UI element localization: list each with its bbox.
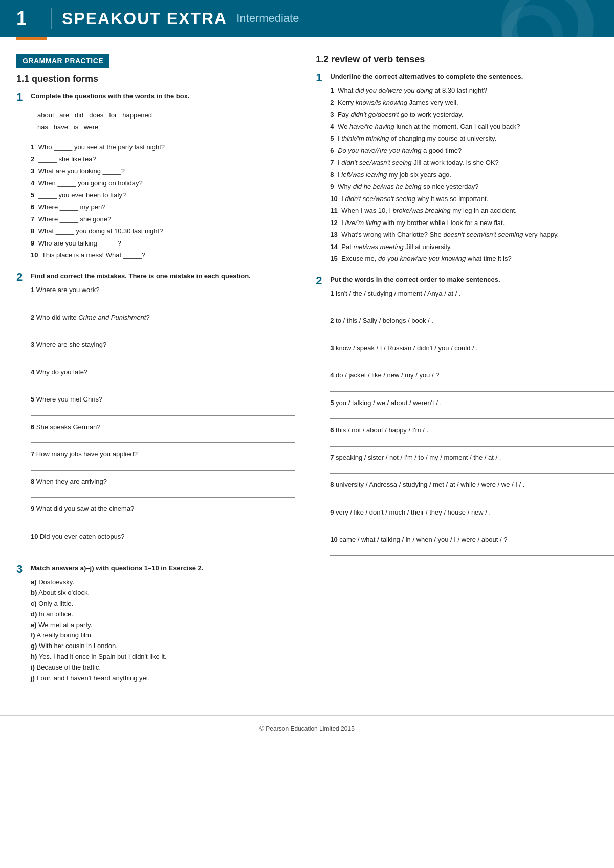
ex2-question: 9 What did you saw at the cinema? [31, 504, 295, 514]
order-item: 8 university / Andressa / studying / met… [330, 480, 614, 501]
word-box: about are did does for happened has have… [31, 105, 295, 137]
ex2-item: 5 Where you met Chris? [31, 394, 295, 416]
order-question: 3 know / speak / I / Russian / didn't / … [330, 343, 614, 353]
ex2-instruction: Find and correct the mistakes. There is … [31, 272, 295, 281]
order-item: 7 speaking / sister / not / I'm / to / m… [330, 453, 614, 474]
list-item: 12 I live/'m living with my brother whil… [330, 218, 614, 228]
list-item: 9 Who are you talking _____? [31, 238, 295, 249]
order-item: 3 know / speak / I / Russian / didn't / … [330, 343, 614, 365]
list-item: 11 When I was 10, I broke/was breaking m… [330, 206, 614, 216]
list-item: 4 When _____ you going on holiday? [31, 178, 295, 188]
ex3-instruction: Match answers a)–j) with questions 1–10 … [31, 564, 295, 573]
exercise-1: 1 Complete the questions with the words … [16, 92, 295, 260]
list-item: 3 Fay didn't go/doesn't go to work yeste… [330, 109, 614, 120]
right-exercise-1: 1 Underline the correct alternatives to … [316, 72, 614, 264]
order-item: 4 do / jacket / like / new / my / you / … [330, 370, 614, 392]
ex2-item: 3 Where are she staying? [31, 340, 295, 361]
order-question: 10 came / what / talking / in / when / y… [330, 535, 614, 545]
list-item: d) In an office. [31, 609, 295, 620]
rex2-content: Put the words in the correct order to ma… [330, 275, 614, 556]
page-footer: © Pearson Education Limited 2015 [0, 715, 614, 742]
list-item: h) Yes. I had it once in Spain but I did… [31, 652, 295, 662]
book-title: SPEAKOUT EXTRA [62, 9, 227, 28]
rex2-number: 2 [316, 274, 330, 287]
page-header: 1 SPEAKOUT EXTRA Intermediate [0, 0, 614, 37]
exercise-2: 2 Find and correct the mistakes. There i… [16, 272, 295, 552]
answer-line [31, 543, 295, 552]
order-question: 8 university / Andressa / studying / met… [330, 480, 614, 490]
ex3-content: Match answers a)–j) with questions 1–10 … [31, 564, 295, 683]
main-content: GRAMMAR PRACTICE 1.1 question forms 1 Co… [0, 40, 614, 705]
answer-line [330, 464, 614, 474]
list-item: 7 I didn't see/wasn't seeing Jill at wor… [330, 158, 614, 168]
right-column: 1.2 review of verb tenses 1 Underline th… [316, 54, 614, 695]
grammar-badge: GRAMMAR PRACTICE [16, 54, 109, 68]
answer-line [330, 437, 614, 447]
list-item: 5 _____ you ever been to Italy? [31, 190, 295, 201]
order-question: 5 you / talking / we / about / weren't /… [330, 398, 614, 408]
ex2-question: 7 How many jobs have you applied? [31, 449, 295, 459]
ex1-instruction: Complete the questions with the words in… [31, 92, 295, 101]
rex1-items: 1 What did you do/were you doing at 8.30… [330, 85, 614, 264]
exercise-3: 3 Match answers a)–j) with questions 1–1… [16, 564, 295, 683]
section2-title: 1.2 review of verb tenses [316, 54, 614, 65]
answer-line [330, 519, 614, 528]
answer-line [31, 434, 295, 443]
ex2-item: 2 Who did write Crime and Punishment? [31, 313, 295, 334]
ex3-number: 3 [16, 563, 31, 576]
list-item: 9 Why did he be/was he being so nice yes… [330, 182, 614, 192]
book-subtitle: Intermediate [236, 12, 299, 25]
answer-line [31, 407, 295, 416]
list-item: a) Dostoevsky. [31, 577, 295, 588]
answer-line [31, 461, 295, 471]
order-item: 2 to / this / Sally / belongs / book / . [330, 316, 614, 337]
answer-line [31, 297, 295, 306]
order-question: 9 very / like / don't / much / their / t… [330, 507, 614, 518]
answer-line [330, 547, 614, 556]
section1-title: 1.1 question forms [16, 74, 295, 84]
list-item: 6 Where _____ my pen? [31, 202, 295, 212]
ex2-item: 7 How many jobs have you applied? [31, 449, 295, 471]
header-divider [51, 8, 52, 29]
answer-line [330, 355, 614, 364]
ex2-number: 2 [16, 271, 31, 284]
ex2-question: 5 Where you met Chris? [31, 394, 295, 405]
list-item: 6 Do you have/Are you having a good time… [330, 146, 614, 156]
list-item: f) A really boring film. [31, 630, 295, 641]
list-item: 13 What's wrong with Charlotte? She does… [330, 230, 614, 240]
list-item: 1 Who _____ you see at the party last ni… [31, 142, 295, 152]
list-item: e) We met at a party. [31, 620, 295, 631]
list-item: 15 Excuse me, do you know/are you knowin… [330, 254, 614, 264]
list-item: 4 We have/'re having lunch at the moment… [330, 122, 614, 132]
answer-line [31, 379, 295, 388]
rex1-content: Underline the correct alternatives to co… [330, 72, 614, 264]
orange-accent-bar [16, 37, 47, 40]
list-item: 10 This place is a mess! What _____? [31, 250, 295, 260]
list-item: 10 I didn't see/wasn't seeing why it was… [330, 194, 614, 204]
right-exercise-2: 2 Put the words in the correct order to … [316, 275, 614, 556]
ex2-item: 4 Why do you late? [31, 367, 295, 389]
list-item: 5 I think/'m thinking of changing my cou… [330, 133, 614, 144]
left-column: GRAMMAR PRACTICE 1.1 question forms 1 Co… [16, 54, 295, 695]
rex2-instruction: Put the words in the correct order to ma… [330, 275, 614, 284]
order-item: 6 this / not / about / happy / I'm / . [330, 425, 614, 447]
answer-line [330, 410, 614, 419]
list-item: 7 Where _____ she gone? [31, 214, 295, 225]
list-item: 8 I left/was leaving my job six years ag… [330, 170, 614, 180]
list-item: c) Only a little. [31, 598, 295, 609]
ex2-item: 1 Where are you work? [31, 285, 295, 306]
rex1-instruction: Underline the correct alternatives to co… [330, 72, 614, 81]
ex1-content: Complete the questions with the words in… [31, 92, 295, 260]
list-item: g) With her cousin in London. [31, 641, 295, 652]
list-item: 1 What did you do/were you doing at 8.30… [330, 85, 614, 96]
ex1-number: 1 [16, 91, 31, 104]
ex2-question: 6 She speaks German? [31, 422, 295, 432]
order-question: 4 do / jacket / like / new / my / you / … [330, 370, 614, 381]
answer-line [330, 492, 614, 501]
ex2-item: 6 She speaks German? [31, 422, 295, 443]
ex2-question: 4 Why do you late? [31, 367, 295, 377]
ex2-question: 10 Did you ever eaten octopus? [31, 531, 295, 542]
order-item: 9 very / like / don't / much / their / t… [330, 507, 614, 529]
rex1-number: 1 [316, 71, 330, 84]
list-item: i) Because of the traffic. [31, 662, 295, 673]
